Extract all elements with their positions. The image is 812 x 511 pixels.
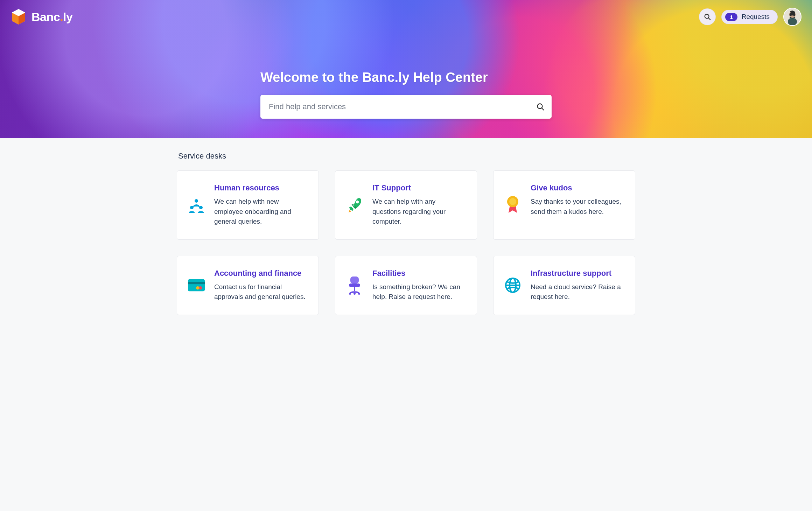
svg-point-36 <box>358 293 360 295</box>
hero-search-input[interactable] <box>269 102 536 111</box>
card-title: Human resources <box>214 183 307 192</box>
svg-point-35 <box>349 293 351 295</box>
award-icon <box>504 183 522 227</box>
svg-rect-32 <box>350 276 359 284</box>
card-description: Need a cloud service? Raise a request he… <box>531 282 624 302</box>
svg-rect-34 <box>354 287 355 291</box>
hero-title: Welcome to the Banc.ly Help Center <box>260 70 552 85</box>
desk-card-accounting-finance[interactable]: Accounting and finance Contact us for fi… <box>177 256 319 315</box>
card-title: IT Support <box>372 183 465 192</box>
desk-card-human-resources[interactable]: Human resources We can help with new emp… <box>177 170 319 240</box>
svg-point-25 <box>356 201 359 203</box>
desk-card-it-support[interactable]: IT Support We can help with any question… <box>335 170 477 240</box>
people-icon <box>188 183 205 227</box>
svg-point-27 <box>509 198 516 205</box>
card-description: We can help with new employee onboarding… <box>214 197 307 227</box>
requests-label: Requests <box>742 13 770 21</box>
card-title: Infrastructure support <box>531 269 624 278</box>
hero-search-bar[interactable] <box>260 95 552 119</box>
svg-point-31 <box>196 286 200 290</box>
user-avatar[interactable] <box>783 8 802 26</box>
card-description: Say thanks to your colleagues, send them… <box>531 197 624 217</box>
card-description: Is something broken? We can help. Raise … <box>372 282 465 302</box>
card-title: Facilities <box>372 269 465 278</box>
credit-card-icon <box>188 269 205 302</box>
globe-icon <box>504 269 522 302</box>
brand-logo[interactable]: Banc.ly <box>10 8 72 25</box>
service-desk-grid: Human resources We can help with new emp… <box>177 170 635 315</box>
chair-icon <box>346 269 363 302</box>
svg-rect-16 <box>788 18 797 25</box>
brand-name: Banc.ly <box>31 10 72 24</box>
hero-banner: Banc.ly 1 Requests <box>0 0 812 138</box>
card-title: Give kudos <box>531 183 624 192</box>
header-search-button[interactable] <box>699 8 716 25</box>
search-icon <box>704 13 711 21</box>
svg-point-19 <box>195 199 198 203</box>
card-description: We can help with any questions regarding… <box>372 197 465 227</box>
section-title: Service desks <box>177 152 635 161</box>
brand-mark-icon <box>10 8 27 25</box>
svg-line-13 <box>709 18 710 20</box>
svg-line-18 <box>542 108 544 110</box>
desk-card-infrastructure-support[interactable]: Infrastructure support Need a cloud serv… <box>493 256 635 315</box>
svg-point-20 <box>190 206 194 209</box>
svg-rect-29 <box>188 282 205 284</box>
svg-point-37 <box>354 293 356 295</box>
svg-rect-33 <box>349 284 360 287</box>
card-description: Contact us for financial approvals and g… <box>214 282 307 302</box>
rocket-icon <box>346 183 363 227</box>
card-title: Accounting and finance <box>214 269 307 278</box>
desk-card-facilities[interactable]: Facilities Is something broken? We can h… <box>335 256 477 315</box>
search-icon <box>536 103 545 111</box>
svg-rect-28 <box>188 279 205 292</box>
svg-point-21 <box>199 206 203 209</box>
requests-count-badge: 1 <box>725 13 737 21</box>
desk-card-give-kudos[interactable]: Give kudos Say thanks to your colleagues… <box>493 170 635 240</box>
requests-button[interactable]: 1 Requests <box>721 10 778 24</box>
main-content: Service desks Human resources <box>177 138 635 335</box>
hero-content: Welcome to the Banc.ly Help Center <box>260 0 552 119</box>
